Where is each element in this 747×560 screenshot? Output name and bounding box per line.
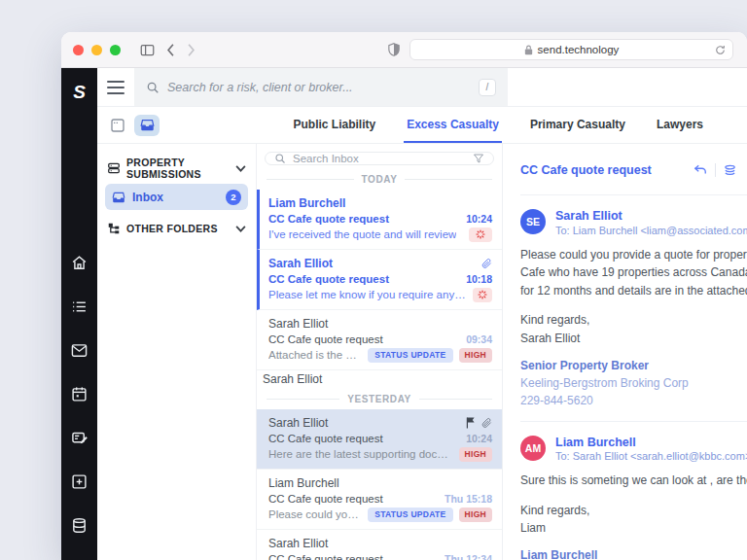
inbox-view-toggle[interactable] <box>134 115 160 136</box>
message-sender[interactable]: Liam Burchell <box>555 436 747 451</box>
message-recipient: To: Liam Burchell <liam@associated.com> <box>555 225 747 236</box>
email-list-item[interactable]: Liam Burchell CC Cafe quote request 10:2… <box>257 190 502 250</box>
browser-toolbar: send.technology <box>61 32 747 68</box>
refresh-icon[interactable] <box>715 45 726 55</box>
paperclip-icon <box>481 417 492 429</box>
email-time: 09:34 <box>466 333 492 345</box>
card-view-toggle[interactable] <box>110 118 125 133</box>
inbox-search-placeholder: Search Inbox <box>293 153 466 164</box>
hamburger-icon <box>107 81 124 94</box>
inbox-unread-badge: 2 <box>226 190 241 205</box>
minimize-window-button[interactable] <box>91 45 102 55</box>
high-priority-badge: HIGH <box>459 348 492 363</box>
sender-name: Liam Burchell <box>268 196 345 210</box>
closing-line: Kind regards, <box>520 502 747 520</box>
email-reading-pane: CC Cafe quote request <box>503 144 747 560</box>
high-priority-badge: HIGH <box>459 447 492 462</box>
submissions-stack-icon <box>107 161 121 175</box>
sender-name: Sarah Elliot <box>268 416 328 430</box>
top-search-bar: Search for a risk, client or broker... / <box>97 68 747 107</box>
quote-note-icon[interactable] <box>71 430 89 446</box>
add-square-icon[interactable] <box>71 473 89 490</box>
section-property-submissions[interactable]: PROPERTY SUBMISSIONS <box>105 156 248 181</box>
email-time: Thu 12:34 <box>445 553 492 560</box>
section-label: OTHER FOLDERS <box>126 223 218 234</box>
mail-icon[interactable] <box>71 342 89 359</box>
zoom-window-button[interactable] <box>110 45 121 55</box>
sidebar-item-inbox[interactable]: Inbox 2 <box>105 184 248 210</box>
inbox-label: Inbox <box>132 191 163 204</box>
search-icon <box>274 153 286 164</box>
closing-line: Kind regards, <box>520 311 747 330</box>
flag-icon <box>466 417 476 429</box>
group-divider-yesterday: YESTERDAY <box>257 389 502 409</box>
app-icon-rail: S <box>61 68 97 560</box>
group-label: YESTERDAY <box>347 394 411 404</box>
database-icon[interactable] <box>71 517 89 534</box>
home-icon[interactable] <box>71 255 89 271</box>
tab-public-liability[interactable]: Public Liability <box>290 107 378 143</box>
signature-title: Senior Property Broker <box>520 357 747 374</box>
lock-icon <box>524 45 533 55</box>
email-list-item[interactable]: Liam Burchell CC Cafe quote request Thu … <box>257 470 502 530</box>
forward-button-icon[interactable] <box>187 44 196 56</box>
tab-lawyers[interactable]: Lawyers <box>654 107 706 143</box>
email-time: 10:24 <box>466 433 492 444</box>
email-list-panel: Search Inbox TODAY Liam Burchell CC Cafe… <box>256 144 503 560</box>
avatar: SE <box>520 209 546 234</box>
tab-primary-casualty[interactable]: Primary Casualty <box>527 107 628 143</box>
browser-window: send.technology S <box>61 32 747 560</box>
section-label: PROPERTY SUBMISSIONS <box>126 157 230 180</box>
line-of-business-tabs: Public Liability Excess Casualty Primary… <box>290 107 747 143</box>
section-other-folders[interactable]: OTHER FOLDERS <box>105 216 248 241</box>
message-sender[interactable]: Sarah Elliot <box>555 209 747 225</box>
sender-name: Sarah Elliot <box>268 537 328 550</box>
message-recipient: To: Sarah Elliot <sarah.elliot@kbbc.com> <box>555 450 747 462</box>
signature-company: Keeling-Bergstrom Broking Corp <box>520 374 747 392</box>
email-list-item[interactable]: Sarah Elliot CC Cafe quote request 09:34… <box>257 310 502 370</box>
sidebar-toggle-icon[interactable] <box>140 44 155 56</box>
tab-excess-casualty[interactable]: Excess Casualty <box>404 107 502 143</box>
global-search-input[interactable]: Search for a risk, client or broker... / <box>134 68 508 106</box>
group-divider-today: TODAY <box>257 169 502 190</box>
email-preview: Please could you provide a <box>268 508 362 520</box>
back-button-icon[interactable] <box>166 44 175 56</box>
email-list-item[interactable]: Sarah Elliot CC Cafe quote request Thu 1… <box>257 530 502 560</box>
email-list-item[interactable]: Sarah Elliot CC Cafe quote request 10:18… <box>257 250 502 310</box>
inbox-search-input[interactable]: Search Inbox <box>265 152 494 165</box>
calendar-icon[interactable] <box>71 386 89 402</box>
email-time: 10:24 <box>466 213 492 225</box>
dragging-email-label: Sarah Elliot <box>257 370 502 389</box>
sender-name: Liam Burchell <box>268 476 339 490</box>
email-subject: CC Cafe quote request <box>268 493 383 505</box>
group-label: TODAY <box>362 174 398 185</box>
traffic-lights <box>73 45 121 55</box>
menu-button[interactable] <box>97 68 134 106</box>
privacy-shield-icon[interactable] <box>388 43 400 56</box>
email-preview: I've received the quote and will review <box>268 228 456 240</box>
status-update-badge: STATUS UPDATE <box>368 508 452 522</box>
filter-icon[interactable] <box>473 153 484 164</box>
paperclip-icon <box>481 258 492 269</box>
email-subject: CC Cafe quote request <box>268 433 383 444</box>
avatar: AM <box>520 436 546 461</box>
url-text: send.technology <box>538 44 620 55</box>
high-priority-badge: HIGH <box>459 508 492 522</box>
status-update-badge: STATUS UPDATE <box>368 348 452 363</box>
chevron-down-icon <box>235 226 246 232</box>
folders-panel: PROPERTY SUBMISSIONS Inbox 2 <box>97 144 256 560</box>
email-preview: Attached is the quote you <box>268 349 362 361</box>
send-logo[interactable]: S <box>73 78 86 107</box>
body-line: Sure this is someting we can look at , a… <box>520 472 747 490</box>
signoff-name: Sarah Elliot <box>520 330 747 348</box>
address-bar[interactable]: send.technology <box>409 39 733 60</box>
email-subject: CC Cafe quote request <box>268 213 389 225</box>
email-subject: CC Cafe quote request <box>268 553 383 560</box>
body-line: Please could you provide a quote for pro… <box>520 246 747 264</box>
reply-icon[interactable] <box>693 163 708 177</box>
email-list-item-selected[interactable]: Sarah Elliot CC Cafe quo <box>257 409 502 470</box>
inbox-icon <box>112 191 125 204</box>
close-window-button[interactable] <box>73 45 84 55</box>
list-icon[interactable] <box>71 298 89 315</box>
thread-collapse-icon[interactable] <box>723 163 737 177</box>
